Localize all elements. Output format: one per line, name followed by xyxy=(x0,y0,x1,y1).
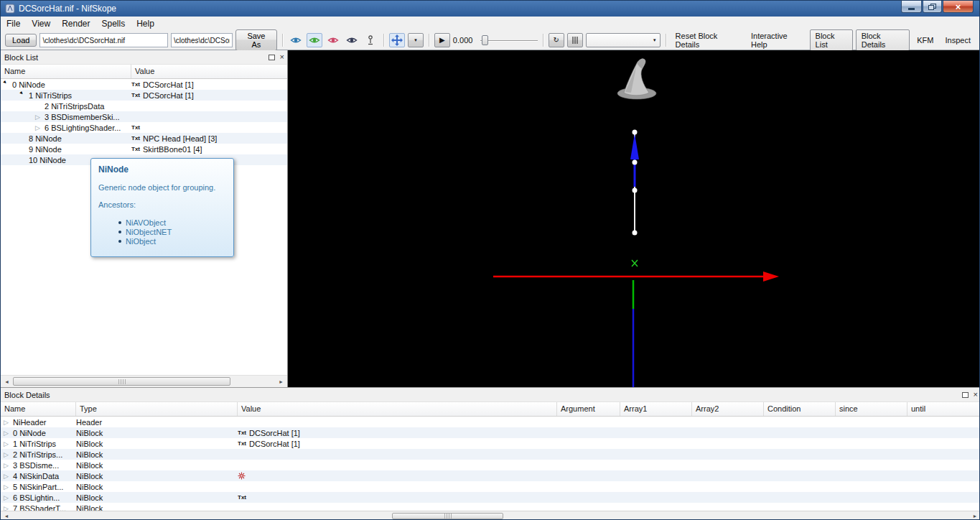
table-row[interactable]: ▷4 NiSkinData NiBlock xyxy=(1,470,980,481)
table-row[interactable]: ▷5 NiSkinPart... NiBlock xyxy=(1,481,980,492)
minimize-icon xyxy=(908,8,915,10)
table-row[interactable]: ▷6 BSLightin... NiBlock Txt xyxy=(1,492,980,503)
list-item[interactable]: 2 NiTriStripsData xyxy=(1,101,287,111)
block-details-toggle[interactable]: Block Details xyxy=(856,29,910,51)
table-row[interactable]: ▷3 BSDisme... NiBlock xyxy=(1,460,980,470)
list-item[interactable]: ▸1 NiTriStrips TxtDCSorcHat [1] xyxy=(1,90,287,101)
minimize-button[interactable] xyxy=(901,1,922,13)
axis-x xyxy=(493,271,779,282)
reset-block-details-button[interactable]: Reset Block Details xyxy=(671,29,744,51)
eye-green-icon[interactable] xyxy=(307,33,322,47)
table-row[interactable]: ▷1 NiTriStrips NiBlock TxtDCSorcHat [1] xyxy=(1,438,980,449)
panel-title: Block Details xyxy=(4,391,50,399)
move-arrows-icon[interactable] xyxy=(389,33,405,47)
slider-knob[interactable] xyxy=(482,35,488,45)
expander-icon[interactable]: ▷ xyxy=(35,113,45,121)
txt-icon: Txt xyxy=(238,494,246,501)
scroll-right-icon[interactable]: ► xyxy=(275,376,287,387)
restore-icon xyxy=(928,4,936,10)
expander-icon[interactable]: ▷ xyxy=(4,440,13,447)
float-panel-icon[interactable] xyxy=(269,55,275,60)
float-panel-icon[interactable] xyxy=(962,392,969,398)
column-header[interactable]: Value xyxy=(238,402,557,416)
eye-red-icon[interactable] xyxy=(325,33,341,47)
close-button[interactable]: × xyxy=(943,1,974,13)
list-item[interactable]: 9 NiNode TxtSkirtBBone01 [4] xyxy=(1,144,287,154)
open-path-field[interactable] xyxy=(39,33,168,47)
expander-icon[interactable]: ▷ xyxy=(4,451,13,458)
menu-spells[interactable]: Spells xyxy=(96,17,131,30)
block-name: 0 NiNode xyxy=(12,80,45,89)
expander-icon[interactable]: ▷ xyxy=(4,430,13,437)
column-header[interactable]: Condition xyxy=(764,402,836,416)
expander-icon[interactable]: ▸ xyxy=(19,90,30,101)
save-as-button[interactable]: Save As xyxy=(235,29,277,51)
horizontal-scrollbar[interactable]: ◄ ► xyxy=(1,511,980,520)
inspect-button[interactable]: Inspect xyxy=(941,34,975,47)
markers-icon[interactable] xyxy=(363,33,378,47)
expander-icon[interactable]: ▷ xyxy=(4,473,13,480)
block-list-toggle[interactable]: Block List xyxy=(810,29,853,51)
list-item[interactable]: ▸0 NiNode TxtDCSorcHat [1] xyxy=(1,79,287,90)
interactive-help-button[interactable]: Interactive Help xyxy=(747,29,807,51)
main-toolbar: Load Save As ▼ ▶ 0.000 ↻ ▼ Reset Bl xyxy=(1,31,979,50)
column-header[interactable]: Array1 xyxy=(620,402,692,416)
list-item[interactable]: ▷6 BSLightingShader... Txt xyxy=(1,122,287,133)
play-button[interactable]: ▶ xyxy=(434,33,450,47)
table-row[interactable]: ▷NiHeader Header xyxy=(1,417,980,427)
scroll-left-icon[interactable]: ◄ xyxy=(1,376,13,387)
timeline-slider[interactable] xyxy=(480,34,538,47)
kfm-button[interactable]: KFM xyxy=(913,34,938,47)
animation-combo[interactable]: ▼ xyxy=(586,33,661,47)
expander-icon[interactable]: ▷ xyxy=(4,505,13,511)
list-item[interactable]: 8 NiNode TxtNPC Head [Head] [3] xyxy=(1,133,287,144)
column-header-name[interactable]: Name xyxy=(1,65,131,78)
expander-icon[interactable]: ▷ xyxy=(4,462,13,469)
scroll-left-icon[interactable]: ◄ xyxy=(1,511,12,520)
menu-view[interactable]: View xyxy=(26,17,56,30)
close-panel-icon[interactable]: × xyxy=(280,53,284,61)
horizontal-scrollbar[interactable]: ◄ ► xyxy=(1,375,287,387)
block-name: 8 NiNode xyxy=(29,134,62,143)
expander-icon[interactable]: ▸ xyxy=(2,79,14,90)
eye-dark-icon[interactable] xyxy=(344,33,360,47)
table-row[interactable]: ▷7 BSShaderT... NiBlock xyxy=(1,503,980,511)
block-details-dock-title[interactable]: Block Details × xyxy=(1,388,980,402)
txt-icon: Txt xyxy=(238,440,246,447)
column-header[interactable]: Array2 xyxy=(692,402,764,416)
list-item[interactable]: ▷3 BSDismemberSki... xyxy=(1,111,287,122)
chevron-down-icon: ▼ xyxy=(414,38,418,42)
maximize-button[interactable] xyxy=(923,1,942,13)
table-row[interactable]: ▷2 NiTriStrips... NiBlock xyxy=(1,449,980,460)
column-header[interactable]: since xyxy=(836,402,907,416)
table-row[interactable]: ▷0 NiNode NiBlock TxtDCSorcHat [1] xyxy=(1,427,980,438)
block-name: 9 NiNode xyxy=(29,145,62,154)
block-list-dock-title[interactable]: Block List × xyxy=(1,50,287,65)
chevron-down-icon: ▼ xyxy=(653,38,657,42)
menu-file[interactable]: File xyxy=(1,17,26,30)
title-bar[interactable]: DCSorcHat.nif - NifSkope × xyxy=(1,1,979,17)
load-button[interactable]: Load xyxy=(5,34,37,47)
menu-render[interactable]: Render xyxy=(56,17,95,30)
expander-icon[interactable]: ▷ xyxy=(4,419,13,426)
expander-icon[interactable]: ▷ xyxy=(4,483,13,491)
column-header[interactable]: Name xyxy=(1,402,76,416)
expander-icon[interactable]: ▷ xyxy=(4,494,13,501)
scrollbar-thumb[interactable] xyxy=(392,513,503,519)
column-header[interactable]: Argument xyxy=(557,402,620,416)
scrollbar-thumb[interactable] xyxy=(13,377,230,386)
column-header[interactable]: Type xyxy=(76,402,238,416)
eye-blue-icon[interactable] xyxy=(288,33,304,47)
column-header[interactable]: until xyxy=(907,402,980,416)
frames-button[interactable] xyxy=(567,33,583,47)
expander-icon[interactable]: ▷ xyxy=(35,124,45,131)
transform-dropdown[interactable]: ▼ xyxy=(408,33,424,47)
menu-help[interactable]: Help xyxy=(131,17,160,30)
scroll-right-icon[interactable]: ► xyxy=(969,511,980,520)
loop-button[interactable]: ↻ xyxy=(549,33,564,47)
close-panel-icon[interactable]: × xyxy=(974,391,978,399)
save-path-field[interactable] xyxy=(171,33,233,47)
viewport-3d[interactable] xyxy=(288,50,980,387)
tooltip-description: Generic node object for grouping. xyxy=(98,183,226,192)
column-header-value[interactable]: Value xyxy=(131,65,287,78)
